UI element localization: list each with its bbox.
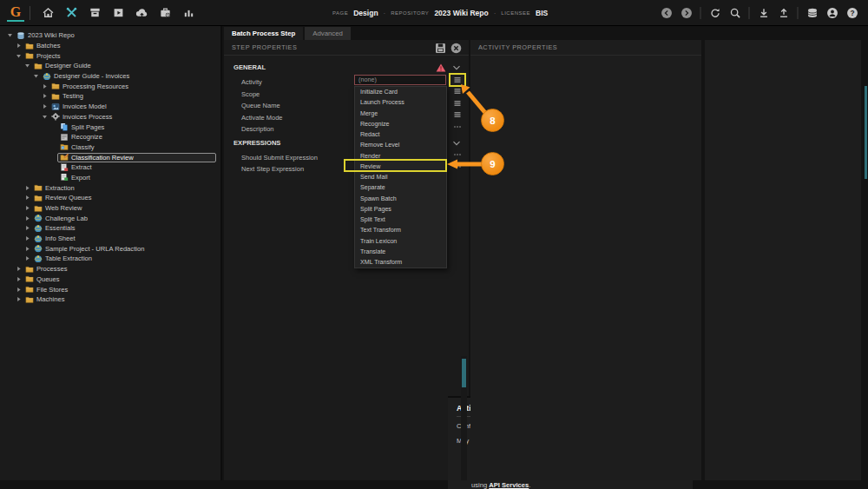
tree-expand-arrow-icon[interactable] bbox=[41, 83, 49, 90]
tree-item-processing-resources[interactable]: Processing Resources bbox=[0, 81, 220, 91]
tree-item-split-pages[interactable]: Split Pages bbox=[0, 122, 220, 132]
tree-item-table-extraction[interactable]: Table Extraction bbox=[0, 254, 220, 264]
tab-batch-process-step[interactable]: Batch Process Step bbox=[224, 27, 303, 40]
should-submit-expression-editor-button[interactable] bbox=[450, 150, 464, 161]
grooper-logo[interactable]: G bbox=[7, 4, 24, 22]
imports-icon[interactable] bbox=[133, 4, 150, 22]
activity-value-input[interactable]: (none) bbox=[354, 75, 446, 85]
dropdown-item-spawn-batch[interactable]: Spawn Batch bbox=[355, 194, 446, 204]
save-icon[interactable] bbox=[435, 43, 446, 54]
tree-expand-arrow-icon[interactable] bbox=[15, 275, 23, 283]
tree-item-projects[interactable]: Projects bbox=[0, 50, 220, 61]
repository-button[interactable] bbox=[805, 6, 819, 21]
user-button[interactable] bbox=[825, 6, 839, 21]
batches-icon[interactable] bbox=[86, 4, 103, 22]
tree-item-sample-project-urla-redaction[interactable]: Sample Project - URLA Redaction bbox=[0, 243, 220, 254]
tree-expand-arrow-icon[interactable] bbox=[23, 215, 31, 222]
tree-expand-arrow-icon[interactable] bbox=[23, 194, 31, 202]
tree-item-review-queues[interactable]: Review Queues bbox=[0, 193, 220, 203]
design-tools-icon[interactable] bbox=[62, 4, 80, 22]
tree-item-testing[interactable]: Testing bbox=[0, 91, 220, 102]
tree-expand-arrow-icon[interactable] bbox=[23, 184, 31, 192]
dropdown-item-text-transform[interactable]: Text Transform bbox=[355, 225, 446, 235]
tree-item-2023-wiki-repo[interactable]: 2023 Wiki Repo bbox=[0, 30, 220, 41]
repository-value[interactable]: 2023 Wiki Repo bbox=[434, 9, 488, 17]
dropdown-item-initialize-card[interactable]: Initialize Card bbox=[355, 87, 446, 97]
tree-expand-arrow-icon[interactable] bbox=[41, 92, 49, 100]
dropdown-item-train-lexicon[interactable]: Train Lexicon bbox=[355, 236, 446, 247]
tree-expand-arrow-icon[interactable] bbox=[15, 42, 23, 50]
tree-item-challenge-lab[interactable]: Challenge Lab bbox=[0, 213, 220, 223]
processing-icon[interactable] bbox=[109, 4, 127, 22]
tree-item-designer-guide[interactable]: Designer Guide bbox=[0, 61, 220, 71]
tree-expand-arrow-icon[interactable] bbox=[41, 102, 49, 110]
tree-item-extract[interactable]: Extract bbox=[0, 162, 220, 173]
stats-icon[interactable] bbox=[180, 4, 197, 22]
dropdown-item-separate[interactable]: Separate bbox=[355, 182, 446, 193]
refresh-button[interactable] bbox=[707, 6, 722, 21]
home-icon[interactable] bbox=[39, 4, 56, 22]
tree-item-web-review[interactable]: Web Review bbox=[0, 203, 220, 214]
activate-mode-editor-button[interactable] bbox=[450, 110, 464, 121]
dropdown-item-remove-level[interactable]: Remove Level bbox=[355, 140, 446, 150]
back-button[interactable] bbox=[659, 6, 674, 21]
tab-advanced[interactable]: Advanced bbox=[305, 27, 351, 40]
tree-expand-arrow-icon[interactable] bbox=[15, 295, 23, 303]
tree-item-machines[interactable]: Machines bbox=[0, 294, 220, 305]
tree-collapse-arrow-icon[interactable] bbox=[32, 72, 40, 80]
download-button[interactable] bbox=[756, 6, 771, 21]
dropdown-item-merge[interactable]: Merge bbox=[355, 109, 446, 119]
activity-editor-button[interactable] bbox=[450, 75, 464, 85]
tree-collapse-arrow-icon[interactable] bbox=[15, 52, 23, 60]
tree-expand-arrow-icon[interactable] bbox=[23, 224, 31, 232]
dropdown-item-xml-transform[interactable]: XML Transform bbox=[355, 257, 446, 268]
tree-expand-arrow-icon[interactable] bbox=[15, 265, 23, 273]
tree-item-batches[interactable]: Batches bbox=[0, 41, 220, 51]
next-step-expression-editor-button[interactable] bbox=[450, 162, 464, 172]
dropdown-item-recognize[interactable]: Recognize bbox=[355, 119, 446, 129]
dropdown-item-translate[interactable]: Translate bbox=[355, 247, 446, 257]
tree-collapse-arrow-icon[interactable] bbox=[6, 31, 14, 39]
tree-item-invoices-model[interactable]: Invoices Model bbox=[0, 102, 220, 112]
description-editor-button[interactable] bbox=[450, 122, 464, 132]
scope-editor-button[interactable] bbox=[450, 87, 464, 97]
help-scrollbar[interactable] bbox=[461, 356, 467, 480]
tree-item-invoices-process[interactable]: Invoices Process bbox=[0, 112, 220, 122]
help-scrollbar-thumb[interactable] bbox=[462, 359, 466, 387]
tree-item-classification-review[interactable]: Classification Review bbox=[0, 152, 220, 162]
section-collapse-icon[interactable] bbox=[452, 139, 461, 148]
queue-name-editor-button[interactable] bbox=[450, 98, 464, 109]
dropdown-item-redact[interactable]: Redact bbox=[355, 129, 446, 140]
tree-item-extraction[interactable]: Extraction bbox=[0, 182, 220, 193]
close-icon[interactable] bbox=[450, 43, 462, 54]
dropdown-scrollbar-thumb[interactable] bbox=[865, 86, 867, 179]
tree-expand-arrow-icon[interactable] bbox=[23, 245, 31, 253]
tree-item-processes[interactable]: Processes bbox=[0, 264, 220, 274]
dropdown-item-send-mail[interactable]: Send Mail bbox=[355, 172, 446, 182]
tree-expand-arrow-icon[interactable] bbox=[23, 254, 31, 262]
help-link[interactable]: API Services bbox=[489, 481, 529, 489]
jobs-icon[interactable] bbox=[156, 4, 174, 22]
tree-expand-arrow-icon[interactable] bbox=[23, 235, 31, 242]
tree-item-info-sheet[interactable]: Info Sheet bbox=[0, 234, 220, 244]
tree-expand-arrow-icon[interactable] bbox=[15, 286, 23, 294]
dropdown-item-split-pages[interactable]: Split Pages bbox=[355, 204, 446, 215]
tree-item-recognize[interactable]: Recognize bbox=[0, 132, 220, 142]
tree-expand-arrow-icon[interactable] bbox=[23, 204, 31, 212]
tree-item-classify[interactable]: Classify bbox=[0, 142, 220, 153]
tree-item-export[interactable]: Export bbox=[0, 173, 220, 183]
tree-collapse-arrow-icon[interactable] bbox=[23, 62, 31, 69]
section-collapse-icon[interactable] bbox=[452, 63, 461, 72]
page-value[interactable]: Design bbox=[353, 9, 378, 17]
help-button[interactable]: ? bbox=[845, 6, 859, 21]
tree-item-designer-guide-invoices[interactable]: Designer Guide - Invoices bbox=[0, 71, 220, 82]
search-button[interactable] bbox=[727, 6, 742, 21]
upload-button[interactable] bbox=[776, 6, 791, 21]
dropdown-item-launch-process[interactable]: Launch Process bbox=[355, 97, 446, 108]
tree-item-essentials[interactable]: Essentials bbox=[0, 223, 220, 234]
tree-item-queues[interactable]: Queues bbox=[0, 274, 220, 285]
tree-item-file-stores[interactable]: File Stores bbox=[0, 284, 220, 294]
forward-button[interactable] bbox=[679, 6, 694, 21]
tree-collapse-arrow-icon[interactable] bbox=[41, 113, 49, 121]
dropdown-item-split-text[interactable]: Split Text bbox=[355, 215, 446, 225]
